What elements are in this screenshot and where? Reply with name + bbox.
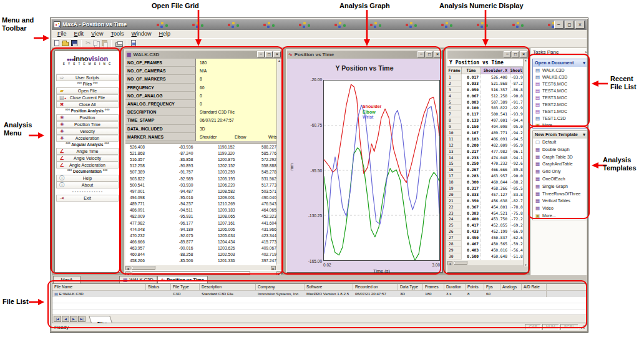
numeric-table-row[interactable]: 14 0.233 474.048 -94.1 [447, 155, 528, 161]
titlebar[interactable]: MaxA - Position vs Time − □ × [52, 19, 587, 30]
numeric-horizontal-scrollbar[interactable]: ◀ ▶ [447, 260, 528, 265]
file-list-column-header[interactable]: Software [305, 284, 353, 290]
numeric-table-row[interactable]: 3 0.050 516.357 -86.8 [447, 87, 528, 93]
sidebar-item[interactable]: °°° Angular Analysis °°° [56, 142, 119, 148]
new-from-template-header[interactable]: New From Template [535, 131, 578, 139]
close-icon[interactable]: × [520, 51, 527, 57]
parameter-row[interactable]: ANALOG_FREQUENCY 0 [125, 100, 281, 108]
numeric-table-row[interactable]: 30 0.500 450.648 -51.8 [447, 253, 528, 260]
grid-data-row[interactable]: 512.258 -90.893 1202.152 558.888 [125, 163, 281, 169]
column-header[interactable]: Shoulder.X [481, 67, 510, 74]
grid-data-row[interactable]: 500.541 -93.930 1206.220 517.773 [125, 182, 281, 188]
file-list-column-header[interactable]: A/D Rate [522, 284, 547, 290]
resize-grip[interactable] [580, 324, 586, 330]
sidebar-item[interactable]: Close All [56, 101, 119, 108]
grid-data-row[interactable]: 486.091 -94.511 1209.183 464.065 [125, 207, 281, 213]
numeric-table-row[interactable]: 15 0.250 470.232 -92.6 [447, 160, 528, 167]
window-horizontal-scrollbar[interactable]: ◀ ▶ [125, 270, 281, 275]
numeric-table-row[interactable]: 4 0.067 512.258 -90.8 [447, 93, 528, 99]
numeric-table-row[interactable]: 1 0.017 526.408 -83.9 [447, 74, 528, 81]
save-icon[interactable] [71, 40, 77, 46]
numeric-table-row[interactable]: 12 0.200 482.009 -95.9 [447, 142, 528, 149]
scroll-left-icon[interactable]: ◀ [125, 266, 130, 270]
scroll-right-icon[interactable]: ▶ [271, 266, 276, 270]
file-list-column-header[interactable]: Company [256, 284, 305, 290]
recent-file-item[interactable]: TEST1.C3D [533, 115, 587, 122]
maximize-icon[interactable]: □ [426, 51, 433, 57]
file-list-column-header[interactable]: Data Type [398, 284, 423, 290]
numeric-table-row[interactable]: 21 0.350 456.638 -82.7 [447, 198, 528, 204]
numeric-table-row[interactable]: 16 0.267 466.666 -89.8 [447, 167, 528, 173]
scrollbar-thumb[interactable] [454, 261, 467, 265]
chevron-down-icon[interactable]: ▾ [583, 131, 585, 139]
sidebar-item[interactable]: °°° Documentation °°° [56, 168, 119, 175]
tab-walk-c3d[interactable]: ▦ WALK.C3D [119, 276, 157, 283]
minimize-icon[interactable]: − [554, 21, 564, 29]
file-list-column-header[interactable]: File Type [171, 284, 200, 290]
grid-data-row[interactable]: 470.232 -92.675 1205.634 423.344 [125, 233, 281, 239]
minimize-icon[interactable]: − [504, 51, 511, 57]
first-record-icon[interactable]: |◀ [54, 316, 61, 322]
numeric-table-row[interactable]: 23 0.383 454.521 -75.8 [447, 210, 528, 217]
close-icon[interactable]: × [585, 49, 587, 56]
sidebar-item[interactable]: Open File [56, 87, 119, 94]
tab-position-vs-time[interactable]: ∿ Position vs Time [157, 276, 208, 283]
numeric-table-row[interactable]: 6 0.100 503.822 -92.9 [447, 105, 528, 111]
open-document-header[interactable]: Open a Document [535, 59, 573, 67]
open-file-icon[interactable] [62, 42, 69, 46]
tab-maxa[interactable]: MaxA [53, 276, 80, 283]
close-icon[interactable]: × [575, 21, 585, 29]
grid-window-titlebar[interactable]: ▦ WALK.C3D − □ × [125, 51, 281, 59]
file-list-column-header[interactable]: File Name [52, 284, 146, 290]
template-item[interactable]: More... [533, 212, 587, 220]
grid-data-row[interactable]: 507.389 -91.757 1203.259 545.278 [125, 169, 281, 175]
scrollbar-thumb[interactable] [132, 271, 250, 275]
menu-item[interactable]: Window [127, 30, 155, 38]
parameter-row[interactable]: NO_OF_MARKERS 8 [125, 75, 281, 83]
file-list-column-header[interactable]: Duration [444, 284, 466, 290]
menu-item[interactable]: Tools [107, 30, 127, 38]
template-item[interactable]: GraphAndTable [533, 160, 587, 168]
grid-data-row[interactable]: 494.098 -95.016 1209.001 490.040 [125, 195, 281, 201]
numeric-table-row[interactable]: 13 0.217 477.982 -96.1 [447, 149, 528, 155]
grid-horizontal-scrollbar[interactable]: ◀ ▶ [125, 265, 281, 270]
grid-data-row[interactable]: 503.822 -92.989 1205.193 531.562 [125, 176, 281, 182]
parameter-row[interactable]: TIME_STAMP 06/07/21 20:47:57 [125, 116, 281, 124]
grid-vertical-scrollbar[interactable]: ▲ [276, 59, 281, 265]
sidebar-item[interactable]: User Scripts [56, 74, 119, 81]
numeric-table-row[interactable]: 24 0.400 453.750 -72.2 [447, 216, 528, 222]
maximize-icon[interactable]: □ [512, 51, 519, 57]
column-header[interactable]: Shoulder [510, 67, 523, 74]
sidebar-item[interactable]: °°° Files °°° [56, 81, 119, 87]
grid-data-row[interactable]: 474.048 -94.189 1206.006 431.966 [125, 227, 281, 233]
close-icon[interactable]: × [273, 51, 281, 57]
file-list-row[interactable]: E:\WALK.C3DC3DStandard C3D FileInnovisio… [52, 291, 586, 297]
sidebar-item[interactable]: Exit [56, 195, 119, 202]
cut-icon[interactable]: ✂ [85, 40, 90, 46]
sidebar-item[interactable]: Angle Acceleration [56, 162, 119, 168]
numeric-table-row[interactable]: 17 0.283 463.957 -90.0 [447, 173, 528, 179]
file-list-column-header[interactable]: Fps [484, 284, 500, 290]
numeric-window-titlebar[interactable]: − □ × [447, 51, 528, 59]
numeric-table-row[interactable]: 10 0.167 489.771 -94.2 [447, 130, 528, 136]
menu-item[interactable]: Help [155, 30, 174, 38]
numeric-table-row[interactable]: 20 0.333 457.127 -83.8 [447, 192, 528, 198]
sidebar-item[interactable]: Angle Velocity [56, 155, 119, 162]
sidebar-item[interactable]: Acceleration [56, 135, 119, 142]
grid-data-row[interactable]: 477.982 -96.177 1207.161 441.604 [125, 220, 281, 227]
parameter-row[interactable]: NO_OF_ANALOG 0 [125, 92, 281, 100]
maximize-icon[interactable]: □ [265, 51, 273, 57]
scroll-left-icon[interactable]: ◀ [447, 261, 452, 265]
file-list-column-header[interactable]: Recorded on [353, 284, 398, 290]
numeric-table-row[interactable]: 2 0.033 521.868 -87.2 [447, 81, 528, 87]
copy-icon[interactable] [93, 41, 97, 46]
sidebar-item[interactable]: Velocity [56, 128, 119, 135]
numeric-table-row[interactable]: 22 0.367 454.801 -78.8 [447, 204, 528, 210]
sidebar-item[interactable]: Help [56, 175, 119, 182]
maximize-icon[interactable]: □ [565, 21, 574, 29]
parameter-row[interactable]: DESCRIPTION Standard C3D File [125, 108, 281, 116]
grid-data-row[interactable]: 521.868 -87.240 1199.320 585.776 [125, 150, 281, 157]
grid-data-row[interactable]: 466.666 -89.877 1204.434 415.773 [125, 239, 281, 245]
column-header[interactable]: Frame [447, 67, 462, 74]
numeric-table-row[interactable]: 8 0.133 497.001 -94.4 [447, 117, 528, 124]
